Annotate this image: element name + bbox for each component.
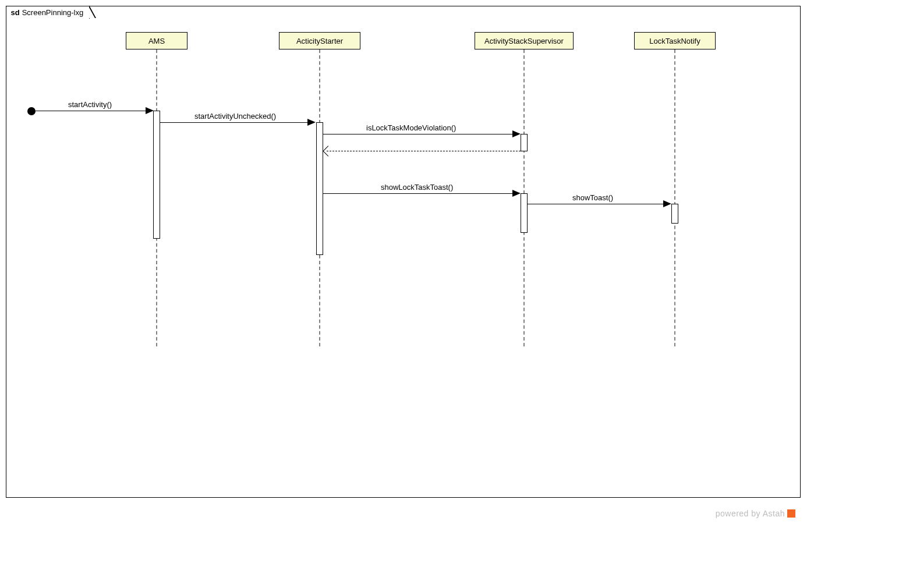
msg-showLockTaskToast-label: showLockTaskToast() bbox=[381, 183, 453, 192]
msg-startActivityUnchecked-line bbox=[160, 122, 312, 123]
msg-showToast-line bbox=[528, 204, 667, 204]
lifeline-supervisor: ActivityStackSupervisor bbox=[475, 32, 574, 49]
watermark: powered by Astah bbox=[716, 509, 795, 518]
frame-prefix: sd bbox=[11, 8, 20, 17]
lifeline-label: ActivityStackSupervisor bbox=[484, 37, 564, 45]
activation-supervisor-2 bbox=[521, 193, 528, 233]
lifeline-label: AMS bbox=[148, 37, 165, 45]
msg-showLockTaskToast-line bbox=[323, 193, 516, 194]
msg-startActivity-label: startActivity() bbox=[68, 100, 112, 109]
lifeline-dash-notify bbox=[674, 49, 675, 346]
msg-startActivity-line bbox=[36, 111, 150, 111]
arrow-icon bbox=[512, 130, 521, 137]
arrow-icon bbox=[307, 119, 316, 126]
watermark-text: powered by Astah bbox=[716, 509, 785, 518]
arrow-icon bbox=[512, 190, 521, 197]
activation-ams bbox=[153, 111, 160, 239]
diagram-canvas: sd ScreenPinning-lxg AMS ActicityStarter… bbox=[0, 0, 906, 588]
lifeline-label: LockTaskNotify bbox=[649, 37, 700, 45]
sequence-frame: sd ScreenPinning-lxg bbox=[6, 6, 801, 498]
arrow-icon bbox=[146, 107, 154, 114]
msg-return-line bbox=[327, 151, 521, 151]
msg-isLockTaskModeViolation-line bbox=[323, 134, 516, 134]
lifeline-starter: ActicityStarter bbox=[279, 32, 360, 49]
activation-notify bbox=[671, 204, 678, 224]
frame-tab: sd ScreenPinning-lxg bbox=[6, 6, 90, 19]
activation-starter bbox=[316, 122, 323, 255]
activation-supervisor-1 bbox=[521, 134, 528, 151]
arrow-icon bbox=[663, 200, 671, 207]
lifeline-label: ActicityStarter bbox=[296, 37, 343, 45]
found-message-dot bbox=[27, 107, 36, 115]
lifeline-ams: AMS bbox=[126, 32, 187, 49]
msg-showToast-label: showToast() bbox=[572, 193, 613, 202]
lifeline-notify: LockTaskNotify bbox=[634, 32, 716, 49]
msg-startActivityUnchecked-label: startActivityUnchecked() bbox=[194, 112, 276, 121]
msg-isLockTaskModeViolation-label: isLockTaskModeViolation() bbox=[366, 123, 456, 132]
frame-name: ScreenPinning-lxg bbox=[22, 8, 84, 17]
astah-logo-icon bbox=[787, 509, 795, 518]
